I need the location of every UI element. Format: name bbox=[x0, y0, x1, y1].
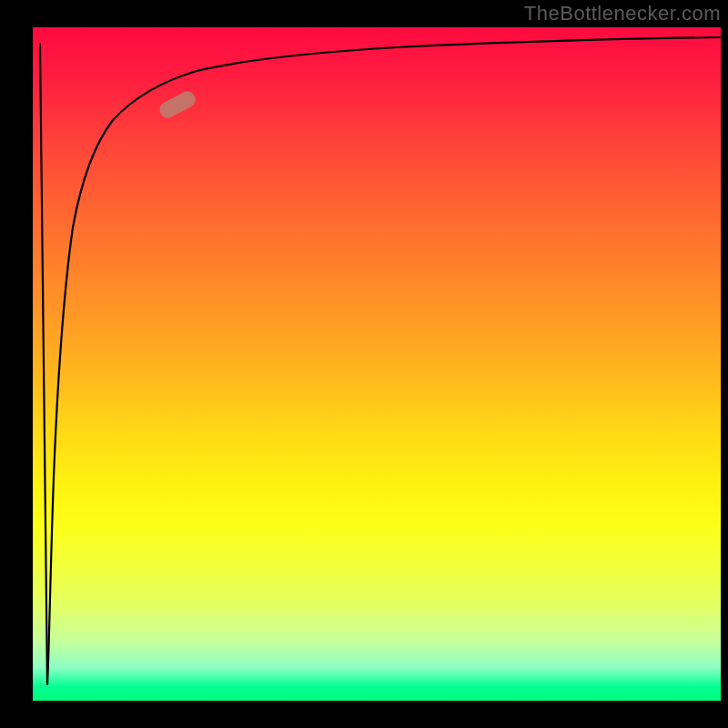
chart-plot-area bbox=[33, 27, 721, 701]
chart-svg bbox=[33, 27, 721, 701]
watermark-text: TheBottlenecker.com bbox=[524, 2, 721, 25]
curve-main bbox=[47, 37, 721, 684]
curve-descending-spike bbox=[40, 44, 47, 684]
curve-marker bbox=[157, 88, 198, 121]
